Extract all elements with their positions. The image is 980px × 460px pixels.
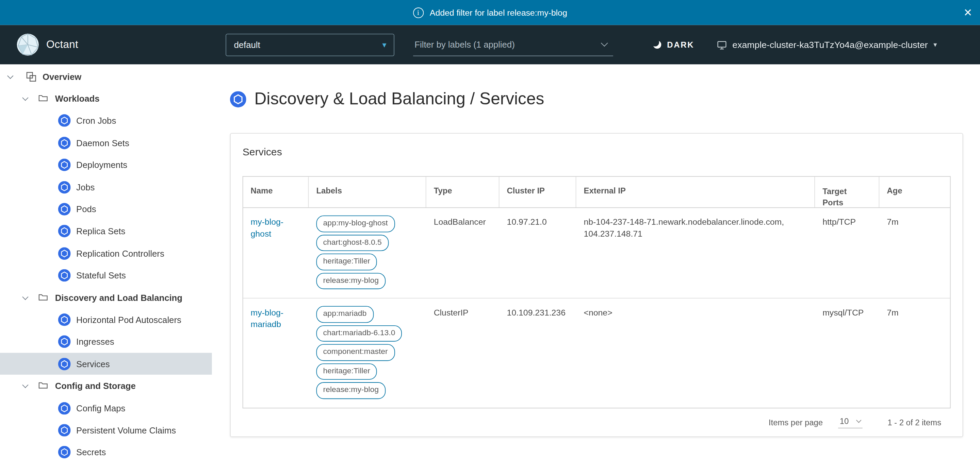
column-header-name: Name	[243, 177, 309, 208]
replication-controllers-icon	[58, 247, 71, 260]
chevron-down-icon	[601, 40, 608, 47]
collapse-chevron-icon[interactable]	[6, 76, 14, 78]
folder-icon	[38, 292, 49, 303]
stateful-sets-icon	[58, 269, 71, 282]
sidebar-item-label: Jobs	[76, 182, 95, 192]
secrets-icon	[58, 446, 71, 458]
services-card: Services Name Labels Type Cluster IP Ext…	[230, 133, 963, 437]
name-cell: my-blog-mariadb	[243, 298, 309, 408]
sidebar-group-config-and-storage[interactable]: Config and Storage	[0, 375, 212, 397]
chevron-down-icon	[856, 417, 862, 423]
name-cell: my-blog-ghost	[243, 208, 309, 298]
items-per-page-select[interactable]: 10	[838, 416, 862, 428]
sidebar-item-replication-controllers[interactable]: Replication Controllers	[0, 243, 212, 265]
sidebar-item-deployments[interactable]: Deployments	[0, 154, 212, 176]
page-title: Discovery & Load Balancing / Services	[255, 89, 544, 109]
sidebar-item-pods[interactable]: Pods	[0, 198, 212, 220]
sidebar-group-workloads[interactable]: Workloads	[0, 88, 212, 110]
app-title: Octant	[46, 38, 78, 51]
sidebar-item-config-maps[interactable]: Config Maps	[0, 397, 212, 419]
sidebar-item-label: Secrets	[76, 447, 106, 457]
sidebar-item-label: Pods	[76, 204, 96, 214]
replica-sets-icon	[58, 225, 71, 238]
label-pill[interactable]: release:my-blog	[316, 273, 385, 289]
sidebar-item-jobs[interactable]: Jobs	[0, 176, 212, 198]
label-filter-text: Filter by labels (1 applied)	[414, 40, 514, 49]
dark-mode-toggle[interactable]: DARK	[653, 40, 694, 50]
target-ports-cell: http/TCP	[815, 208, 879, 298]
namespace-value: default	[234, 40, 260, 50]
column-header-labels: Labels	[309, 177, 426, 208]
label-pill[interactable]: heritage:Tiller	[316, 254, 377, 270]
pagination-range: 1 - 2 of 2 items	[888, 417, 941, 427]
banner-message: Added filter for label release:my-blog	[430, 8, 567, 17]
sidebar-item-label: Persistent Volume Claims	[76, 425, 176, 435]
service-link[interactable]: my-blog-mariadb	[251, 308, 283, 329]
folder-icon	[38, 381, 49, 392]
column-header-age: Age	[879, 177, 950, 208]
sidebar-item-horizontal-pod-autoscalers[interactable]: Horizontal Pod Autoscalers	[0, 309, 212, 331]
sidebar-item-services[interactable]: Services	[0, 353, 212, 375]
label-pill[interactable]: release:my-blog	[316, 382, 385, 399]
type-cell: ClusterIP	[426, 298, 500, 408]
sidebar-item-replica-sets[interactable]: Replica Sets	[0, 220, 212, 243]
label-pill[interactable]: app:mariadb	[316, 306, 373, 323]
sidebar-group-label: Discovery and Load Balancing	[55, 293, 182, 303]
sidebar-item-cron-jobs[interactable]: Cron Jobs	[0, 110, 212, 132]
type-cell: LoadBalancer	[426, 208, 500, 298]
column-header-external-ip: External IP	[576, 177, 815, 208]
cluster-selector[interactable]: example-cluster-ka3TuTzYo4a@example-clus…	[717, 40, 937, 50]
sidebar-group-label: Config and Storage	[55, 381, 136, 391]
sidebar-item-label: Config Maps	[76, 403, 125, 413]
cron-jobs-icon	[58, 114, 71, 127]
label-pill[interactable]: chart:mariadb-6.13.0	[316, 325, 402, 342]
app-header: Octant default ▾ Filter by labels (1 app…	[0, 25, 980, 64]
collapse-chevron-icon[interactable]	[21, 385, 29, 387]
age-cell: 7m	[879, 208, 950, 298]
info-icon: i	[413, 7, 423, 18]
external-ip-cell: <none>	[576, 298, 815, 408]
sidebar-item-daemon-sets[interactable]: Daemon Sets	[0, 132, 212, 154]
sidebar-item-label: Cron Jobs	[76, 116, 116, 126]
deployments-icon	[58, 159, 71, 171]
sidebar-item-label: Horizontal Pod Autoscalers	[76, 315, 181, 325]
label-pill[interactable]: heritage:Tiller	[316, 363, 377, 380]
sidebar-nav: Overview Workloads Cron Jobs Daemon Sets	[0, 64, 212, 460]
label-pill[interactable]: app:my-blog-ghost	[316, 216, 395, 232]
dark-mode-label: DARK	[667, 40, 694, 50]
sidebar-item-ingresses[interactable]: Ingresses	[0, 331, 212, 353]
sidebar-group-discovery-and-load-balancing[interactable]: Discovery and Load Balancing	[0, 287, 212, 309]
overview-icon	[25, 71, 37, 82]
sidebar-item-stateful-sets[interactable]: Stateful Sets	[0, 265, 212, 287]
caret-down-icon: ▾	[382, 40, 387, 50]
label-pill[interactable]: component:master	[316, 344, 395, 361]
service-link[interactable]: my-blog-ghost	[251, 217, 283, 238]
persistent-volume-claims-icon	[58, 424, 71, 436]
namespace-select[interactable]: default ▾	[226, 33, 395, 56]
collapse-chevron-icon[interactable]	[21, 297, 29, 299]
card-title: Services	[231, 133, 963, 169]
label-filter-select[interactable]: Filter by labels (1 applied)	[414, 33, 614, 56]
sidebar-item-persistent-volume-claims[interactable]: Persistent Volume Claims	[0, 419, 212, 441]
sidebar-item-label: Services	[76, 359, 110, 369]
external-ip-cell: nb-104-237-148-71.newark.nodebalancer.li…	[576, 208, 815, 298]
sidebar-item-overview[interactable]: Overview	[0, 66, 212, 88]
sidebar-item-label: Ingresses	[76, 337, 114, 347]
main-content: Discovery & Load Balancing / Services Se…	[212, 64, 980, 460]
table-row: my-blog-mariadb app:mariadb chart:mariad…	[243, 298, 950, 408]
jobs-icon	[58, 181, 71, 194]
sidebar-item-label: Daemon Sets	[76, 138, 129, 148]
items-per-page-label: Items per page	[769, 417, 823, 427]
services-table: Name Labels Type Cluster IP External IP …	[243, 176, 951, 408]
collapse-chevron-icon[interactable]	[21, 98, 29, 100]
column-header-target-ports: Target Ports	[815, 177, 879, 208]
pagination-footer: Items per page 10 1 - 2 of 2 items	[231, 408, 963, 436]
horizontal-pod-autoscalers-icon	[58, 314, 71, 326]
sidebar-item-secrets[interactable]: Secrets	[0, 441, 212, 460]
labels-cell: app:mariadb chart:mariadb-6.13.0 compone…	[309, 298, 426, 408]
column-header-cluster-ip: Cluster IP	[500, 177, 576, 208]
cluster-icon	[717, 40, 727, 50]
label-pill[interactable]: chart:ghost-8.0.5	[316, 235, 388, 251]
table-header-row: Name Labels Type Cluster IP External IP …	[243, 177, 950, 208]
close-icon[interactable]: ×	[964, 6, 972, 19]
